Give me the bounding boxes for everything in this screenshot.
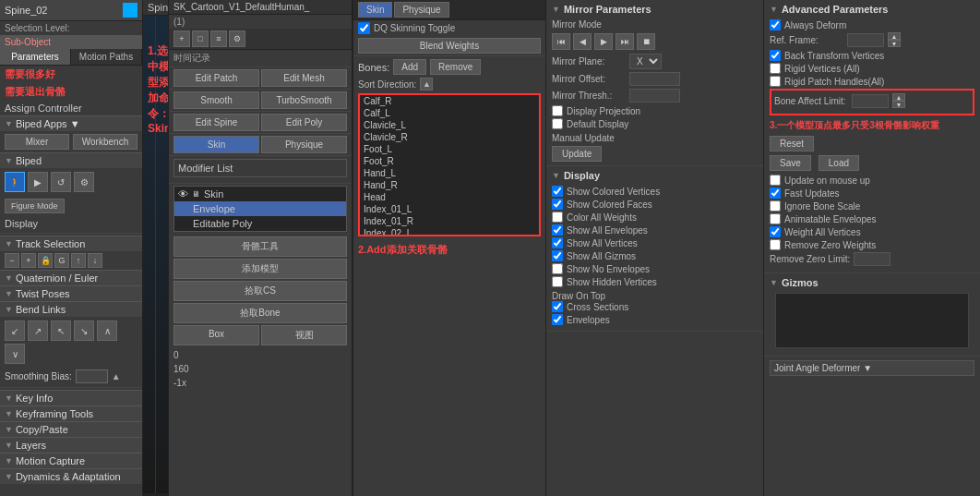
edit-poly-btn[interactable]: Edit Poly: [261, 114, 347, 131]
twist-poses-section[interactable]: Twist Poses: [0, 285, 142, 301]
mixer-btn[interactable]: Mixer: [5, 134, 69, 150]
ref-frame-down[interactable]: ▼: [888, 40, 901, 47]
remove-zero-weights-check[interactable]: [770, 239, 781, 250]
bone-head[interactable]: Head: [360, 191, 539, 203]
mirror-play-1[interactable]: ⏮: [552, 33, 570, 50]
assign-controller[interactable]: Assign Controller: [0, 101, 142, 115]
show-colored-faces-check[interactable]: [552, 199, 563, 210]
bone-foot-l[interactable]: Foot_L: [360, 143, 539, 155]
biped-apps-section[interactable]: Biped Apps ▼: [0, 115, 142, 131]
modifier-list-dropdown[interactable]: Modifier List: [173, 159, 347, 177]
bone-tools-btn[interactable]: 骨骼工具: [173, 236, 347, 257]
update-btn[interactable]: Update: [552, 146, 602, 162]
dynamics-section[interactable]: Dynamics & Adaptation: [0, 468, 142, 484]
rigid-vertices-check[interactable]: [770, 63, 781, 74]
show-all-gizmos-check[interactable]: [552, 250, 563, 261]
motion-paths-tab[interactable]: Motion Paths: [71, 49, 142, 65]
mirror-offset-input[interactable]: 0.0cm: [629, 72, 680, 86]
mp-tool-3[interactable]: ≡: [210, 30, 227, 47]
cross-sections-check[interactable]: [552, 301, 563, 312]
show-colored-vertices-check[interactable]: [552, 186, 563, 197]
ignore-bone-scale-check[interactable]: [770, 200, 781, 212]
smooth-btn[interactable]: Smooth: [173, 91, 259, 109]
reset-btn[interactable]: Reset: [770, 136, 814, 151]
remove-zero-limit-input[interactable]: 0.0: [854, 252, 890, 266]
add-bone-btn[interactable]: Add: [393, 59, 426, 75]
skin-tab-btn[interactable]: Skin: [173, 136, 259, 153]
mp-tool-2[interactable]: □: [192, 30, 209, 47]
load-btn[interactable]: Load: [819, 155, 859, 171]
smoothing-up[interactable]: ▲: [112, 371, 121, 381]
save-btn[interactable]: Save: [770, 155, 811, 171]
track-icon-5[interactable]: ↑: [71, 253, 86, 268]
stack-item-editable-poly[interactable]: Editable Poly: [174, 216, 346, 231]
always-deform-check[interactable]: [770, 19, 781, 30]
copy-paste-section[interactable]: Copy/Paste: [0, 421, 142, 437]
add-mesh-btn[interactable]: 添加模型: [173, 259, 347, 279]
layers-section[interactable]: Layers: [0, 437, 142, 453]
track-icon-6[interactable]: ↓: [88, 253, 102, 268]
bone-hand-l[interactable]: Hand_L: [360, 167, 539, 179]
show-all-envelopes-check[interactable]: [552, 224, 563, 236]
bend-icon-4[interactable]: ↘: [74, 321, 94, 341]
motion-capture-section[interactable]: Motion Capture: [0, 453, 142, 468]
back-transform-check[interactable]: [770, 50, 781, 61]
smoothing-input[interactable]: 0.5: [76, 369, 108, 383]
default-display-check[interactable]: [552, 118, 563, 129]
biped-icon-4[interactable]: ⚙: [74, 172, 94, 192]
bone-index-01-r[interactable]: Index_01_R: [360, 215, 539, 227]
bone-calf-l[interactable]: Calf_L: [360, 107, 539, 119]
track-icon-4[interactable]: G: [54, 253, 69, 268]
cs-btn[interactable]: 拾取CS: [173, 281, 347, 301]
keyframing-tools-section[interactable]: Keyframing Tools: [0, 405, 142, 421]
track-icon-3[interactable]: 🔒: [38, 253, 53, 268]
remove-bone-btn[interactable]: Remove: [430, 59, 481, 75]
stack-item-skin[interactable]: 👁 🖥 Skin: [174, 187, 346, 201]
edit-patch-btn[interactable]: Edit Patch: [173, 69, 259, 87]
envelopes-check[interactable]: [552, 314, 563, 325]
parameters-tab[interactable]: Parameters: [0, 49, 71, 65]
biped-figure-icon[interactable]: 🚶: [5, 172, 25, 192]
ref-frame-input[interactable]: 0: [847, 33, 884, 47]
rigid-patch-check[interactable]: [770, 76, 781, 87]
track-selection-section[interactable]: Track Selection: [0, 236, 142, 251]
biped-icon-2[interactable]: ▶: [28, 172, 48, 192]
ref-frame-up[interactable]: ▲: [888, 32, 901, 40]
workbench-btn[interactable]: Workbench: [73, 134, 137, 150]
box-btn[interactable]: Box: [173, 325, 259, 345]
fast-updates-check[interactable]: [770, 188, 781, 199]
edit-mesh-btn[interactable]: Edit Mesh: [261, 69, 347, 87]
bend-icon-3[interactable]: ↖: [51, 321, 71, 341]
mp-tool-1[interactable]: +: [173, 30, 190, 47]
bone-index-01-l[interactable]: Index_01_L: [360, 203, 539, 215]
edit-spine-btn[interactable]: Edit Spine: [173, 114, 259, 131]
show-all-vertices-check[interactable]: [552, 237, 563, 248]
bone-calf-r[interactable]: Calf_R: [360, 95, 539, 107]
mirror-plane-select[interactable]: X Y Z: [629, 54, 662, 69]
weight-all-vertices-check[interactable]: [770, 226, 781, 237]
mp-tool-4[interactable]: ⚙: [229, 30, 245, 47]
mirror-thresh-input[interactable]: 0.5cm: [629, 89, 680, 103]
animatable-envelopes-check[interactable]: [770, 213, 781, 224]
physique-tab-btn[interactable]: Physique: [261, 136, 347, 153]
bone-clavicle-l[interactable]: Clavicle_L: [360, 119, 539, 131]
bend-icon-6[interactable]: ∨: [5, 344, 25, 364]
bone-affect-down[interactable]: ▼: [892, 101, 905, 108]
dq-checkbox[interactable]: [358, 22, 370, 34]
bend-icon-2[interactable]: ↗: [28, 321, 48, 341]
key-info-section[interactable]: Key Info: [0, 390, 142, 405]
track-icon-2[interactable]: +: [21, 253, 36, 268]
quaternion-euler-section[interactable]: Quaternion / Euler: [0, 270, 142, 285]
display-projection-check[interactable]: [552, 105, 563, 116]
bone-affect-up[interactable]: ▲: [892, 93, 905, 101]
bone-hand-r[interactable]: Hand_R: [360, 179, 539, 191]
show-hidden-vertices-check[interactable]: [552, 276, 563, 287]
sp-physique-tab[interactable]: Physique: [394, 2, 448, 18]
biped-section[interactable]: Biped: [0, 152, 142, 168]
sp-skin-tab[interactable]: Skin: [358, 2, 392, 18]
sort-up-btn[interactable]: ▲: [420, 78, 433, 91]
mirror-play-5[interactable]: ⏹: [637, 33, 655, 50]
joint-angle-dropdown[interactable]: Joint Angle Deformer ▼: [770, 360, 974, 376]
bone-index-02-l[interactable]: Index_02_L: [360, 227, 539, 236]
mirror-play-2[interactable]: ◀: [573, 33, 592, 50]
